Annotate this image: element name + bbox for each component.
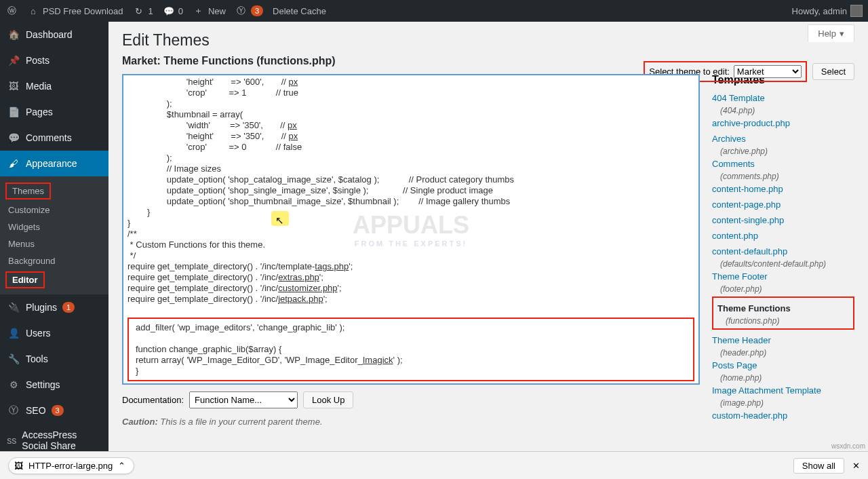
template-file-link[interactable]: Archives <box>712 131 854 147</box>
gear-icon: ⚙ <box>7 378 20 391</box>
template-file-sub: (404.php) <box>712 106 854 115</box>
menu-users[interactable]: 👤Users <box>0 320 108 346</box>
template-file-link[interactable]: Image Attachment Template <box>712 383 854 398</box>
download-chip[interactable]: 🖼 HTTP-error-large.png ⌃ <box>8 457 134 474</box>
yoast-badge: 3 <box>251 5 263 16</box>
template-file-link[interactable]: content-page.php <box>712 197 854 212</box>
pin-icon: 📌 <box>7 54 20 67</box>
main-content: Help▾ Edit Themes Market: Theme Function… <box>108 22 868 451</box>
comments-link[interactable]: 💬0 <box>163 5 183 17</box>
download-filename: HTTP-error-large.png <box>28 461 113 471</box>
user-icon: 👤 <box>7 326 20 340</box>
menu-comments[interactable]: 💬Comments <box>0 125 108 151</box>
select-button[interactable]: Select <box>812 63 854 80</box>
template-file-sub: (comments.php) <box>712 172 854 181</box>
template-file-link[interactable]: archive-product.php <box>712 115 854 131</box>
template-file-link[interactable]: content-home.php <box>712 181 854 197</box>
home-icon: ⌂ <box>27 5 39 17</box>
help-tab[interactable]: Help▾ <box>808 24 854 42</box>
brush-icon: 🖌 <box>7 157 20 170</box>
appearance-submenu: Themes Customize Widgets Menus Backgroun… <box>0 176 108 294</box>
wrench-icon: 🔧 <box>7 352 20 366</box>
templates-panel: Templates 404 Template(404.php)archive-p… <box>712 74 854 427</box>
submenu-background[interactable]: Background <box>0 252 108 269</box>
menu-accesspress[interactable]: ssAccessPress Social Share <box>0 423 108 451</box>
template-file-link[interactable]: 404 Template <box>712 90 854 106</box>
template-file-sub: (archive.php) <box>712 147 854 156</box>
lookup-button[interactable]: Look Up <box>303 391 353 408</box>
plus-icon: ＋ <box>193 5 205 17</box>
documentation-select[interactable]: Function Name... <box>189 391 298 408</box>
highlighted-code-box: add_filter( 'wp_image_editors', 'change_… <box>127 318 694 381</box>
wp-logo[interactable]: ⓦ <box>5 5 18 17</box>
template-file-sub: (defaults/content-default.php) <box>712 259 854 269</box>
template-file-sub: (home.php) <box>712 373 854 383</box>
template-file-link[interactable]: content.php <box>712 228 854 244</box>
menu-plugins[interactable]: 🔌Plugins1 <box>0 294 108 320</box>
code-content: 'height' => '600', // px 'crop' => 1 // … <box>123 75 698 317</box>
template-file-sub: (functions.php) <box>717 316 849 326</box>
page-title: Edit Themes <box>122 31 854 50</box>
seo-icon: Ⓨ <box>7 404 20 417</box>
updates-icon: ↻ <box>133 5 145 17</box>
comment-icon: 💬 <box>7 131 20 145</box>
submenu-widgets[interactable]: Widgets <box>0 218 108 235</box>
menu-posts[interactable]: 📌Posts <box>0 47 108 73</box>
submenu-customize[interactable]: Customize <box>0 202 108 218</box>
footer-watermark: wsxdn.com <box>831 442 865 450</box>
show-all-button[interactable]: Show all <box>793 458 844 474</box>
yoast-icon: Ⓨ <box>235 5 248 17</box>
submenu-menus[interactable]: Menus <box>0 235 108 252</box>
howdy-link[interactable]: Howdy, admin <box>792 5 863 17</box>
admin-bar: ⓦ ⌂PSD Free Download ↻1 💬0 ＋New Ⓨ3 Delet… <box>0 0 868 22</box>
dashboard-icon: 🏠 <box>7 28 20 41</box>
submenu-editor[interactable]: Editor <box>5 271 45 288</box>
menu-tools[interactable]: 🔧Tools <box>0 346 108 372</box>
comment-icon: 💬 <box>163 5 175 17</box>
template-file-sub: (footer.php) <box>712 284 854 294</box>
wordpress-icon: ⓦ <box>5 5 18 17</box>
menu-media[interactable]: 🖼Media <box>0 73 108 99</box>
avatar <box>850 5 863 17</box>
template-file-sub: (image.php) <box>712 398 854 408</box>
updates-link[interactable]: ↻1 <box>133 5 153 17</box>
seo-badge: 3 <box>52 405 64 416</box>
chevron-down-icon: ▾ <box>840 28 844 39</box>
theme-select[interactable]: Market <box>734 65 802 78</box>
documentation-label: Documentation: <box>122 395 184 405</box>
menu-settings[interactable]: ⚙Settings <box>0 372 108 398</box>
plugins-badge: 1 <box>62 302 75 313</box>
menu-appearance[interactable]: 🖌Appearance <box>0 151 108 176</box>
menu-seo[interactable]: ⓎSEO3 <box>0 398 108 423</box>
template-file-sub: (header.php) <box>712 348 854 358</box>
page-icon: 📄 <box>7 105 20 119</box>
template-file-link[interactable]: Posts Page <box>712 358 854 373</box>
template-file-link[interactable]: content-single.php <box>712 212 854 228</box>
admin-sidebar: 🏠Dashboard 📌Posts 🖼Media 📄Pages 💬Comment… <box>0 22 108 451</box>
site-name-link[interactable]: ⌂PSD Free Download <box>27 5 123 17</box>
chevron-up-icon: ⌃ <box>118 461 125 471</box>
close-icon[interactable]: ✕ <box>852 461 860 471</box>
template-file-link[interactable]: Comments <box>712 156 854 172</box>
media-icon: 🖼 <box>7 79 20 93</box>
yoast-link[interactable]: Ⓨ3 <box>235 5 263 17</box>
menu-dashboard[interactable]: 🏠Dashboard <box>0 22 108 47</box>
template-file-link[interactable]: Theme Functions <box>717 301 849 316</box>
template-file-link[interactable]: custom-header.php <box>712 408 854 423</box>
plugin-icon: 🔌 <box>7 301 20 314</box>
delete-cache-link[interactable]: Delete Cache <box>273 6 326 16</box>
download-bar: 🖼 HTTP-error-large.png ⌃ Show all ✕ <box>0 451 868 479</box>
new-content-link[interactable]: ＋New <box>193 5 226 17</box>
image-file-icon: 🖼 <box>14 461 23 471</box>
caution-text: Caution: This is a file in your current … <box>122 417 700 427</box>
template-file-link[interactable]: content-default.php <box>712 244 854 259</box>
share-icon: ss <box>7 434 16 447</box>
submenu-themes[interactable]: Themes <box>5 183 51 199</box>
code-editor[interactable]: 'height' => '600', // px 'crop' => 1 // … <box>122 74 700 385</box>
template-file-link[interactable]: Theme Footer <box>712 269 854 284</box>
template-file-link[interactable]: Theme Header <box>712 332 854 348</box>
menu-pages[interactable]: 📄Pages <box>0 99 108 125</box>
